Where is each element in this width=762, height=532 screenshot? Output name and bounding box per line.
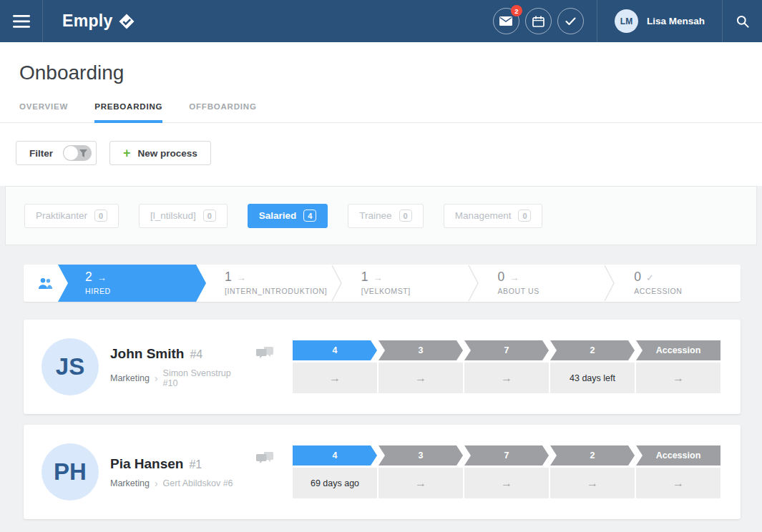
employee-name[interactable]: John Smith [110, 346, 184, 362]
tab-overview[interactable]: OVERVIEW [19, 89, 68, 122]
progress-tracker: 4372Accession →→→43 days left→ [293, 340, 721, 393]
progress-segment-7[interactable]: 7 [464, 340, 549, 360]
stage-count: 1 [361, 271, 368, 284]
mail-button[interactable]: 2 [493, 8, 519, 34]
category-label: Trainee [359, 210, 391, 221]
stage-label: [VELKOMST] [361, 287, 468, 295]
new-process-label: New process [138, 148, 197, 159]
progress-segment-2[interactable]: 2 [550, 445, 635, 466]
arrow-icon: → [587, 478, 598, 489]
category-pill-trainee[interactable]: Trainee0 [348, 204, 423, 228]
search-icon [736, 15, 749, 28]
page-header: Onboarding OVERVIEWPREBOARDINGOFFBOARDIN… [0, 42, 762, 123]
tab-preboarding[interactable]: PREBOARDING [94, 89, 162, 122]
stage-count: 0 [498, 271, 505, 284]
category-pill-l-ntilskud[interactable]: [l_ntilskud]0 [139, 204, 228, 228]
people-icon [38, 277, 54, 290]
department-link[interactable]: Marketing [110, 373, 150, 383]
pipeline-stage-intern-introduktion[interactable]: 1→[INTERN_INTRODUKTION] [206, 265, 331, 302]
tab-offboarding[interactable]: OFFBOARDING [189, 89, 256, 122]
category-pill-management[interactable]: Management0 [444, 204, 543, 228]
step-action-cell[interactable]: → [550, 468, 635, 498]
pipeline-stage-about-us[interactable]: 0→ABOUT US [479, 265, 605, 302]
new-process-button[interactable]: + New process [109, 141, 211, 165]
department-link[interactable]: Marketing [110, 478, 150, 488]
progress-segments: 4372Accession [293, 340, 721, 360]
search-button[interactable] [722, 0, 762, 42]
employee-number: #4 [190, 348, 202, 361]
tasks-button[interactable] [557, 8, 584, 34]
step-action-cell[interactable]: → [293, 363, 377, 393]
filter-button[interactable]: Filter [16, 141, 97, 165]
manager-link[interactable]: Simon Svenstrup #10 [163, 368, 248, 388]
step-action-cell[interactable]: → [378, 468, 463, 498]
step-action-cell[interactable]: → [464, 363, 549, 393]
calendar-button[interactable] [525, 8, 552, 34]
user-name: Lisa Mensah [647, 16, 705, 26]
arrow-icon: → [415, 373, 426, 384]
pipeline-stage-velkomst[interactable]: 1→[VELKOMST] [343, 265, 468, 302]
stage-label: ACCESSION [634, 287, 741, 295]
step-action-cell[interactable]: → [464, 468, 549, 498]
employee-avatar: PH [41, 443, 99, 501]
user-avatar: LM [615, 9, 638, 33]
arrow-icon: → [673, 478, 684, 489]
comments-icon[interactable] [256, 346, 274, 363]
stage-count: 1 [225, 271, 232, 284]
chevron-right-icon: › [155, 373, 158, 383]
category-label: Management [455, 210, 512, 221]
progress-segment-accession[interactable]: Accession [636, 445, 721, 466]
plus-icon: + [123, 147, 131, 159]
employee-avatar: JS [41, 338, 99, 395]
arrow-icon: → [329, 373, 341, 384]
funnel-icon [79, 149, 87, 157]
pipeline-stage-hired[interactable]: 2→HIRED [58, 265, 206, 302]
stage-separator [468, 265, 479, 302]
arrow-icon: → [237, 273, 246, 282]
category-count-badge: 0 [518, 210, 531, 222]
step-action-cell[interactable]: → [636, 468, 721, 498]
topbar-icon-group: 2 [487, 0, 584, 42]
progress-segment-4[interactable]: 4 [293, 340, 377, 360]
progress-segment-2[interactable]: 2 [550, 340, 635, 360]
arrow-icon: → [97, 273, 107, 282]
progress-segment-4[interactable]: 4 [293, 445, 377, 466]
hamburger-icon [13, 15, 30, 28]
mail-icon [499, 16, 512, 26]
check-icon: ✓ [646, 273, 654, 282]
category-label: Salaried [259, 210, 297, 221]
step-action-cell[interactable]: → [636, 363, 721, 393]
category-label: Praktikanter [36, 210, 87, 221]
progress-segment-3[interactable]: 3 [378, 340, 463, 360]
brand-mark-icon [118, 13, 135, 30]
employee-card-john-smith: JS John Smith #4 Marketing › Simon Svens… [24, 320, 741, 414]
arrow-icon: → [501, 373, 512, 384]
category-pill-praktikanter[interactable]: Praktikanter0 [24, 204, 119, 228]
step-action-cell[interactable]: → [378, 363, 463, 393]
employee-name[interactable]: Pia Hansen [110, 456, 183, 472]
pipeline-stage-accession[interactable]: 0✓ACCESSION [615, 265, 741, 302]
category-pills: Praktikanter0[l_ntilskud]0Salaried4Train… [5, 186, 757, 245]
manager-link[interactable]: Gert Abildskov #6 [163, 478, 233, 488]
progress-cells: 69 days ago→→→→ [293, 468, 721, 498]
category-pill-salaried[interactable]: Salaried4 [248, 204, 328, 228]
user-menu[interactable]: LM Lisa Mensah [597, 0, 722, 42]
topbar-spacer [135, 0, 487, 42]
stage-label: HIRED [85, 287, 206, 295]
progress-segment-3[interactable]: 3 [378, 445, 463, 466]
calendar-icon [532, 16, 544, 27]
filter-label: Filter [29, 148, 53, 159]
category-count-badge: 4 [303, 210, 316, 222]
comments-icon[interactable] [256, 451, 274, 468]
step-status-cell: 43 days left [550, 363, 635, 393]
category-count-badge: 0 [399, 210, 412, 222]
arrow-icon: → [373, 273, 382, 282]
progress-segment-7[interactable]: 7 [464, 445, 549, 466]
brand-logo[interactable]: Emply [62, 0, 135, 42]
employee-info: Pia Hansen #1 Marketing › Gert Abildskov… [110, 456, 248, 488]
employee-cards: JS John Smith #4 Marketing › Simon Svens… [24, 320, 741, 519]
filter-toggle[interactable] [63, 145, 92, 161]
stage-label: ABOUT US [498, 287, 605, 295]
progress-segment-accession[interactable]: Accession [636, 340, 721, 360]
hamburger-menu-button[interactable] [0, 0, 43, 42]
